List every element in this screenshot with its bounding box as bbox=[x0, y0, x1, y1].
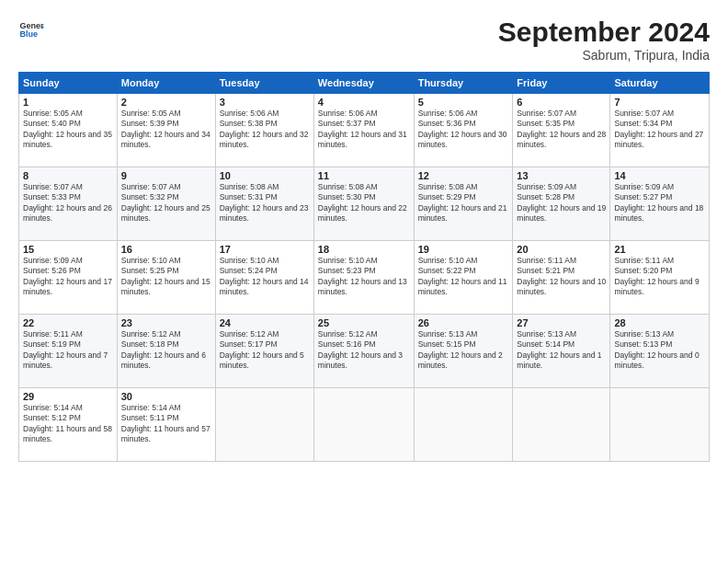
day-number: 6 bbox=[517, 97, 606, 108]
day-number: 28 bbox=[614, 317, 705, 328]
calendar-day-cell: 12 Sunrise: 5:08 AM Sunset: 5:29 PM Dayl… bbox=[414, 167, 513, 241]
logo-icon: General Blue bbox=[18, 17, 44, 42]
day-number: 3 bbox=[220, 97, 310, 108]
calendar-day-cell: 5 Sunrise: 5:06 AM Sunset: 5:36 PM Dayli… bbox=[414, 94, 513, 167]
day-number: 16 bbox=[121, 244, 211, 255]
svg-text:Blue: Blue bbox=[19, 29, 38, 39]
day-number: 23 bbox=[121, 317, 211, 328]
calendar-day-cell: 1 Sunrise: 5:05 AM Sunset: 5:40 PM Dayli… bbox=[19, 94, 118, 167]
day-info: Sunrise: 5:07 AM Sunset: 5:34 PM Dayligh… bbox=[614, 109, 705, 151]
day-info: Sunrise: 5:13 AM Sunset: 5:15 PM Dayligh… bbox=[418, 329, 509, 372]
day-number: 19 bbox=[418, 244, 509, 255]
day-info: Sunrise: 5:14 AM Sunset: 5:11 PM Dayligh… bbox=[121, 403, 211, 445]
calendar-day-cell: 4 Sunrise: 5:06 AM Sunset: 5:37 PM Dayli… bbox=[313, 94, 414, 167]
day-number: 18 bbox=[318, 244, 410, 255]
day-info: Sunrise: 5:09 AM Sunset: 5:26 PM Dayligh… bbox=[23, 256, 113, 298]
col-tuesday: Tuesday bbox=[215, 73, 313, 94]
calendar-day-cell: 2 Sunrise: 5:05 AM Sunset: 5:39 PM Dayli… bbox=[117, 94, 215, 167]
day-info: Sunrise: 5:06 AM Sunset: 5:38 PM Dayligh… bbox=[220, 109, 310, 151]
day-info: Sunrise: 5:14 AM Sunset: 5:12 PM Dayligh… bbox=[23, 403, 113, 445]
day-info: Sunrise: 5:12 AM Sunset: 5:16 PM Dayligh… bbox=[318, 329, 410, 372]
calendar-day-cell: 19 Sunrise: 5:10 AM Sunset: 5:22 PM Dayl… bbox=[414, 241, 513, 315]
day-info: Sunrise: 5:07 AM Sunset: 5:32 PM Dayligh… bbox=[121, 182, 211, 224]
calendar-day-cell: 30 Sunrise: 5:14 AM Sunset: 5:11 PM Dayl… bbox=[117, 388, 215, 462]
day-info: Sunrise: 5:07 AM Sunset: 5:33 PM Dayligh… bbox=[23, 182, 113, 224]
calendar-week-row: 15 Sunrise: 5:09 AM Sunset: 5:26 PM Dayl… bbox=[19, 241, 710, 315]
day-number: 22 bbox=[23, 317, 113, 328]
day-number: 5 bbox=[418, 97, 509, 108]
day-number: 11 bbox=[318, 170, 410, 181]
day-info: Sunrise: 5:11 AM Sunset: 5:21 PM Dayligh… bbox=[517, 256, 606, 298]
calendar-day-cell: 25 Sunrise: 5:12 AM Sunset: 5:16 PM Dayl… bbox=[313, 315, 414, 388]
calendar-day-cell: 18 Sunrise: 5:10 AM Sunset: 5:23 PM Dayl… bbox=[313, 241, 414, 315]
col-monday: Monday bbox=[117, 73, 215, 94]
calendar-week-row: 8 Sunrise: 5:07 AM Sunset: 5:33 PM Dayli… bbox=[19, 167, 710, 241]
calendar-day-cell bbox=[513, 388, 610, 462]
calendar-day-cell: 9 Sunrise: 5:07 AM Sunset: 5:32 PM Dayli… bbox=[117, 167, 215, 241]
day-info: Sunrise: 5:10 AM Sunset: 5:23 PM Dayligh… bbox=[318, 256, 410, 298]
calendar-week-row: 22 Sunrise: 5:11 AM Sunset: 5:19 PM Dayl… bbox=[19, 315, 710, 388]
calendar-day-cell: 27 Sunrise: 5:13 AM Sunset: 5:14 PM Dayl… bbox=[513, 315, 610, 388]
day-number: 7 bbox=[614, 97, 705, 108]
day-number: 21 bbox=[614, 244, 705, 255]
calendar-day-cell: 7 Sunrise: 5:07 AM Sunset: 5:34 PM Dayli… bbox=[610, 94, 710, 167]
day-info: Sunrise: 5:07 AM Sunset: 5:35 PM Dayligh… bbox=[517, 109, 606, 151]
calendar-day-cell: 10 Sunrise: 5:08 AM Sunset: 5:31 PM Dayl… bbox=[215, 167, 313, 241]
calendar-day-cell: 15 Sunrise: 5:09 AM Sunset: 5:26 PM Dayl… bbox=[19, 241, 118, 315]
location-subtitle: Sabrum, Tripura, India bbox=[498, 48, 710, 63]
calendar-day-cell: 23 Sunrise: 5:12 AM Sunset: 5:18 PM Dayl… bbox=[117, 315, 215, 388]
day-info: Sunrise: 5:06 AM Sunset: 5:37 PM Dayligh… bbox=[318, 109, 410, 151]
calendar-day-cell: 17 Sunrise: 5:10 AM Sunset: 5:24 PM Dayl… bbox=[215, 241, 313, 315]
day-number: 2 bbox=[121, 97, 211, 108]
day-info: Sunrise: 5:10 AM Sunset: 5:22 PM Dayligh… bbox=[418, 256, 509, 298]
page-header: General Blue September 2024 Sabrum, Trip… bbox=[18, 17, 710, 63]
day-number: 20 bbox=[517, 244, 606, 255]
day-info: Sunrise: 5:05 AM Sunset: 5:40 PM Dayligh… bbox=[23, 109, 113, 151]
day-info: Sunrise: 5:09 AM Sunset: 5:27 PM Dayligh… bbox=[614, 182, 705, 224]
day-number: 27 bbox=[517, 317, 606, 328]
calendar-day-cell: 26 Sunrise: 5:13 AM Sunset: 5:15 PM Dayl… bbox=[414, 315, 513, 388]
svg-text:General: General bbox=[19, 21, 44, 30]
day-number: 13 bbox=[517, 170, 606, 181]
calendar-day-cell: 13 Sunrise: 5:09 AM Sunset: 5:28 PM Dayl… bbox=[513, 167, 610, 241]
calendar-day-cell: 16 Sunrise: 5:10 AM Sunset: 5:25 PM Dayl… bbox=[117, 241, 215, 315]
calendar-day-cell: 28 Sunrise: 5:13 AM Sunset: 5:13 PM Dayl… bbox=[610, 315, 710, 388]
day-number: 29 bbox=[23, 391, 113, 402]
calendar-week-row: 1 Sunrise: 5:05 AM Sunset: 5:40 PM Dayli… bbox=[19, 94, 710, 167]
day-number: 1 bbox=[23, 97, 113, 108]
day-info: Sunrise: 5:10 AM Sunset: 5:24 PM Dayligh… bbox=[220, 256, 310, 298]
calendar-day-cell bbox=[215, 388, 313, 462]
title-section: September 2024 Sabrum, Tripura, India bbox=[498, 17, 710, 63]
day-number: 15 bbox=[23, 244, 113, 255]
day-info: Sunrise: 5:08 AM Sunset: 5:29 PM Dayligh… bbox=[418, 182, 509, 224]
calendar-day-cell: 6 Sunrise: 5:07 AM Sunset: 5:35 PM Dayli… bbox=[513, 94, 610, 167]
calendar-day-cell bbox=[414, 388, 513, 462]
calendar-day-cell: 20 Sunrise: 5:11 AM Sunset: 5:21 PM Dayl… bbox=[513, 241, 610, 315]
day-info: Sunrise: 5:06 AM Sunset: 5:36 PM Dayligh… bbox=[418, 109, 509, 151]
day-number: 4 bbox=[318, 97, 410, 108]
day-number: 24 bbox=[220, 317, 310, 328]
day-info: Sunrise: 5:11 AM Sunset: 5:20 PM Dayligh… bbox=[614, 256, 705, 298]
day-number: 12 bbox=[418, 170, 509, 181]
calendar-day-cell: 11 Sunrise: 5:08 AM Sunset: 5:30 PM Dayl… bbox=[313, 167, 414, 241]
col-wednesday: Wednesday bbox=[313, 73, 414, 94]
day-info: Sunrise: 5:11 AM Sunset: 5:19 PM Dayligh… bbox=[23, 329, 113, 372]
day-number: 26 bbox=[418, 317, 509, 328]
calendar-week-row: 29 Sunrise: 5:14 AM Sunset: 5:12 PM Dayl… bbox=[19, 388, 710, 462]
day-number: 30 bbox=[121, 391, 211, 402]
day-info: Sunrise: 5:09 AM Sunset: 5:28 PM Dayligh… bbox=[517, 182, 606, 224]
calendar-day-cell: 29 Sunrise: 5:14 AM Sunset: 5:12 PM Dayl… bbox=[19, 388, 118, 462]
day-info: Sunrise: 5:13 AM Sunset: 5:13 PM Dayligh… bbox=[614, 329, 705, 372]
col-thursday: Thursday bbox=[414, 73, 513, 94]
calendar-day-cell: 21 Sunrise: 5:11 AM Sunset: 5:20 PM Dayl… bbox=[610, 241, 710, 315]
calendar-day-cell: 22 Sunrise: 5:11 AM Sunset: 5:19 PM Dayl… bbox=[19, 315, 118, 388]
day-number: 10 bbox=[220, 170, 310, 181]
day-info: Sunrise: 5:10 AM Sunset: 5:25 PM Dayligh… bbox=[121, 256, 211, 298]
day-number: 14 bbox=[614, 170, 705, 181]
calendar-day-cell: 3 Sunrise: 5:06 AM Sunset: 5:38 PM Dayli… bbox=[215, 94, 313, 167]
calendar-day-cell bbox=[313, 388, 414, 462]
day-info: Sunrise: 5:08 AM Sunset: 5:31 PM Dayligh… bbox=[220, 182, 310, 224]
col-friday: Friday bbox=[513, 73, 610, 94]
calendar-day-cell: 24 Sunrise: 5:12 AM Sunset: 5:17 PM Dayl… bbox=[215, 315, 313, 388]
day-number: 9 bbox=[121, 170, 211, 181]
